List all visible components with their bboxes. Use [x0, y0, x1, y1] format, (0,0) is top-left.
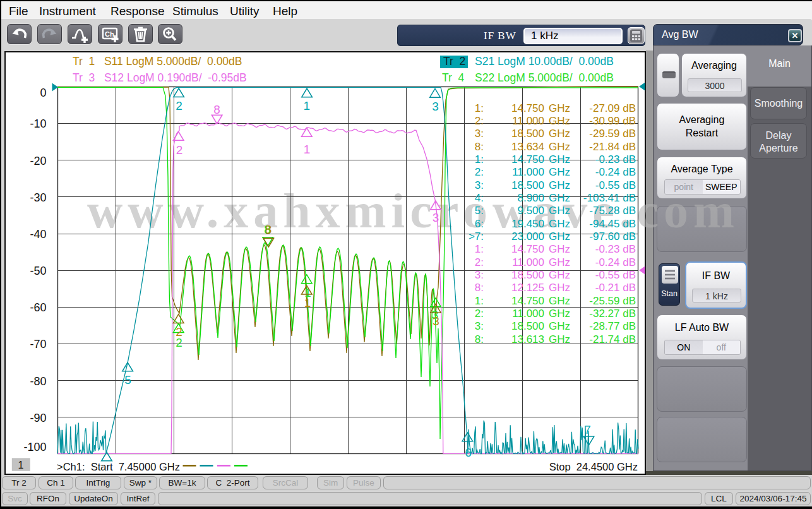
svg-text:2: 2 — [176, 99, 182, 112]
svg-text:-28.77 dB: -28.77 dB — [589, 320, 636, 332]
svg-text:GHz: GHz — [549, 256, 570, 268]
svg-text:2:: 2: — [475, 256, 484, 268]
svg-text:GHz: GHz — [549, 308, 570, 320]
svg-text:8.900: 8.900 — [517, 192, 544, 204]
svg-text:-50: -50 — [30, 265, 46, 277]
svg-text:9.500: 9.500 — [517, 205, 544, 217]
svg-text:Tr 4: Tr 4 — [442, 71, 465, 84]
svg-text:2: 2 — [176, 325, 182, 338]
svg-text:GHz: GHz — [549, 115, 570, 127]
svg-text:-0.55 dB: -0.55 dB — [595, 179, 636, 191]
svg-text:-30.99 dB: -30.99 dB — [589, 115, 636, 127]
svg-text:18.500: 18.500 — [511, 128, 544, 140]
svg-text:-29.59 dB: -29.59 dB — [589, 128, 636, 140]
svg-text:GHz: GHz — [549, 282, 570, 294]
svg-text:-32.27 dB: -32.27 dB — [589, 308, 636, 320]
svg-text:8:: 8: — [475, 282, 484, 294]
svg-text:1:: 1: — [475, 153, 484, 165]
svg-text:GHz: GHz — [549, 243, 570, 255]
svg-text:GHz: GHz — [549, 295, 570, 307]
svg-text:-21.74 dB: -21.74 dB — [589, 333, 636, 345]
svg-text:18.500: 18.500 — [511, 320, 544, 332]
svg-text:-0.55 dB: -0.55 dB — [595, 269, 636, 281]
svg-text:4:: 4: — [475, 192, 484, 204]
svg-text:Tr 1 S11 LogM 5.000dB/ 0.0: Tr 1 S11 LogM 5.000dB/ 0.00dB — [73, 55, 242, 68]
svg-text:0: 0 — [40, 87, 46, 99]
svg-text:-90: -90 — [30, 412, 46, 424]
svg-text:19.450: 19.450 — [511, 218, 544, 230]
svg-text:Tr 2: Tr 2 — [443, 55, 465, 68]
svg-text:S21 LogM 10.00dB/ 0.00dB: S21 LogM 10.00dB/ 0.00dB — [475, 55, 614, 68]
svg-text:-70: -70 — [30, 338, 46, 350]
svg-text:-27.09 dB: -27.09 dB — [589, 102, 636, 114]
svg-text:-0.21 dB: -0.21 dB — [595, 282, 636, 294]
svg-text:1:: 1: — [475, 295, 484, 307]
svg-text:12.125: 12.125 — [511, 282, 544, 294]
svg-text:2: 2 — [176, 143, 183, 157]
svg-text:14.750: 14.750 — [511, 102, 544, 114]
svg-text:-0.24 dB: -0.24 dB — [595, 256, 636, 268]
svg-text:-80: -80 — [30, 375, 46, 388]
svg-text:11.000: 11.000 — [512, 308, 544, 320]
svg-text:-100: -100 — [23, 441, 46, 453]
svg-text:2:: 2: — [475, 115, 484, 127]
svg-text:14.750: 14.750 — [511, 153, 544, 165]
svg-text:3:: 3: — [475, 179, 484, 191]
svg-text:13.634: 13.634 — [511, 141, 544, 153]
svg-text:GHz: GHz — [549, 153, 570, 165]
svg-text:1:: 1: — [475, 102, 484, 114]
svg-text:-30: -30 — [30, 191, 46, 204]
svg-text:8: 8 — [213, 103, 220, 116]
svg-text:-21.84 dB: -21.84 dB — [589, 141, 636, 153]
svg-text:11.000: 11.000 — [512, 166, 544, 178]
svg-text:3: 3 — [432, 100, 439, 113]
svg-text:1: 1 — [18, 460, 24, 470]
svg-text:1: 1 — [304, 143, 311, 156]
svg-text:14.750: 14.750 — [511, 295, 544, 307]
svg-text:GHz: GHz — [549, 166, 570, 178]
svg-text:11.000: 11.000 — [512, 115, 544, 127]
svg-text:5: 5 — [124, 373, 131, 386]
svg-text:GHz: GHz — [549, 320, 570, 332]
svg-text:-0.23 dB: -0.23 dB — [595, 243, 636, 255]
svg-text:GHz: GHz — [549, 269, 570, 281]
svg-text:1:: 1: — [475, 243, 484, 255]
svg-text:18.500: 18.500 — [511, 269, 544, 281]
svg-text:Stop 24.4500 GHz: Stop 24.4500 GHz — [549, 461, 638, 472]
svg-text:GHz: GHz — [549, 218, 570, 230]
svg-text:-20: -20 — [30, 155, 46, 167]
svg-text:GHz: GHz — [549, 192, 570, 204]
svg-text:1: 1 — [304, 296, 311, 309]
svg-text:14.750: 14.750 — [511, 243, 544, 255]
svg-text:1: 1 — [304, 99, 311, 112]
svg-text:7: 7 — [584, 423, 591, 436]
svg-text:-25.59 dB: -25.59 dB — [589, 295, 636, 307]
svg-text:GHz: GHz — [549, 141, 570, 153]
svg-text:-97.60 dB: -97.60 dB — [589, 231, 636, 243]
svg-text:-103.41 dB: -103.41 dB — [583, 192, 636, 204]
svg-text:11.000: 11.000 — [512, 256, 544, 268]
svg-text:6: 6 — [465, 446, 472, 459]
svg-text:>7:: >7: — [469, 231, 484, 243]
svg-text:-94.45 dB: -94.45 dB — [589, 218, 636, 230]
svg-text:GHz: GHz — [549, 231, 570, 243]
svg-text:-10: -10 — [30, 117, 46, 130]
svg-text:-75.28 dB: -75.28 dB — [589, 205, 636, 217]
svg-text:3: 3 — [433, 314, 439, 328]
svg-text:8:: 8: — [475, 333, 484, 345]
svg-text:>Ch1: Start 7.45000 GHz: >Ch1: Start 7.45000 GHz — [57, 461, 180, 472]
svg-text:GHz: GHz — [549, 179, 570, 191]
svg-text:2:: 2: — [475, 166, 484, 178]
svg-text:8: 8 — [265, 223, 272, 236]
svg-text:18.500: 18.500 — [511, 179, 544, 191]
svg-text:GHz: GHz — [549, 205, 570, 217]
svg-text:3:: 3: — [475, 128, 484, 140]
svg-text:S22 LogM 5.000dB/ 0.00dB: S22 LogM 5.000dB/ 0.00dB — [475, 71, 614, 84]
svg-text:GHz: GHz — [549, 333, 570, 345]
svg-text:-40: -40 — [30, 228, 46, 241]
svg-text:13.613: 13.613 — [511, 333, 544, 345]
svg-text:6:: 6: — [475, 218, 484, 230]
svg-text:3:: 3: — [475, 320, 484, 332]
svg-text:2:: 2: — [475, 308, 484, 320]
svg-text:3: 3 — [433, 211, 439, 224]
